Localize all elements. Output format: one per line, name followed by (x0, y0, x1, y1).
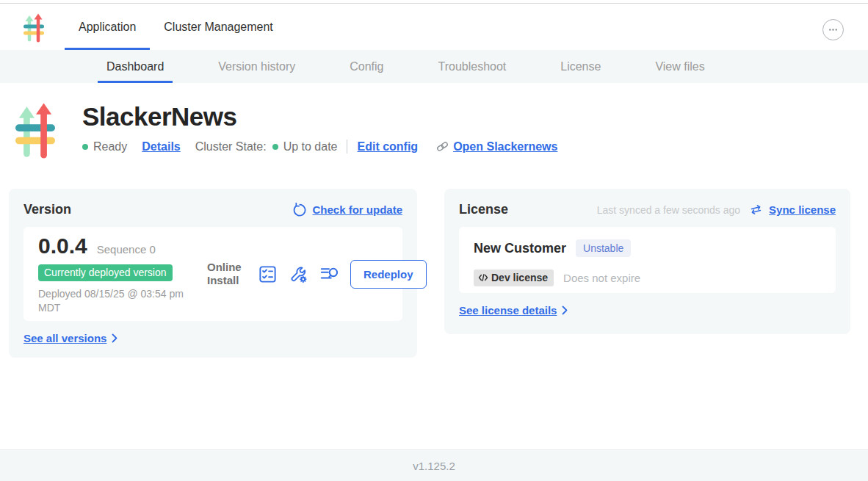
subnav-tab-config[interactable]: Config (341, 50, 392, 83)
wrench-gear-icon (289, 264, 308, 284)
version-card-title: Version (23, 202, 71, 217)
admin-console-page: Application Cluster Management Dashboard… (0, 0, 868, 481)
cluster-state-label: Cluster State: (195, 140, 267, 153)
refresh-icon (292, 203, 306, 217)
details-link[interactable]: Details (142, 140, 180, 153)
app-status-text: Ready (93, 140, 127, 153)
see-all-versions-link[interactable]: See all versions (23, 332, 117, 344)
primary-nav: Application Cluster Management (65, 4, 287, 50)
subnav-tab-dashboard[interactable]: Dashboard (98, 50, 173, 83)
ellipsis-icon (827, 23, 839, 36)
see-all-versions-label: See all versions (23, 332, 106, 344)
app-logo-icon (23, 13, 44, 43)
view-logs-button[interactable] (319, 264, 339, 284)
tab-application-label: Application (79, 21, 136, 34)
subnav-tab-version-history-label: Version history (218, 60, 295, 73)
license-card-header: License Last synced a few seconds ago Sy… (459, 202, 836, 217)
app-header-text: SlackerNews Ready Details Cluster State:… (82, 101, 557, 159)
open-slackernews-link[interactable]: Open Slackernews (453, 140, 557, 153)
divider (347, 140, 347, 153)
install-type-label: Online Install (207, 261, 247, 287)
tab-cluster-management[interactable]: Cluster Management (150, 4, 287, 50)
sync-arrows-icon (749, 203, 763, 217)
subnav-tab-license-label: License (560, 60, 601, 73)
console-footer: v1.125.2 (0, 449, 868, 481)
license-type-label: Dev license (491, 272, 548, 283)
app-subnav: Dashboard Version history Config Trouble… (0, 50, 868, 83)
customer-name: New Customer (474, 241, 566, 256)
app-status-row: Ready Details Cluster State: Up to date … (82, 140, 557, 153)
app-logo-large-icon (15, 102, 55, 159)
edit-config-link[interactable]: Edit config (357, 140, 418, 153)
more-options-button[interactable] (822, 19, 844, 40)
license-card: License Last synced a few seconds ago Sy… (444, 189, 850, 334)
cluster-state-value: Up to date (283, 140, 338, 153)
license-type-badge: Dev license (474, 270, 554, 286)
version-number: 0.0.4 (38, 234, 87, 258)
version-card: Version Check for update 0.0.4 Sequence … (9, 189, 417, 358)
subnav-tab-dashboard-label: Dashboard (106, 60, 164, 73)
redeploy-button[interactable]: Redeploy (350, 260, 427, 289)
version-info: 0.0.4 Sequence 0 Currently deployed vers… (38, 234, 206, 315)
app-header: SlackerNews Ready Details Cluster State:… (15, 101, 557, 159)
checklist-icon (258, 264, 278, 284)
view-config-button[interactable] (289, 264, 308, 284)
version-sequence: Sequence 0 (97, 243, 156, 256)
subnav-tab-troubleshoot-label: Troubleshoot (438, 60, 506, 73)
version-card-header: Version Check for update (23, 202, 402, 217)
chevron-right-icon (112, 333, 117, 343)
sync-license-link[interactable]: Sync license (769, 203, 836, 216)
tab-cluster-management-label: Cluster Management (164, 21, 273, 34)
app-status-dot-icon (82, 144, 88, 150)
code-brackets-icon (478, 272, 488, 283)
log-search-icon (319, 264, 339, 284)
console-version: v1.125.2 (413, 460, 455, 472)
page-title: SlackerNews (82, 102, 557, 131)
license-expiration: Does not expire (563, 272, 640, 284)
version-actions: Online Install (207, 260, 427, 289)
check-for-update-link[interactable]: Check for update (312, 203, 402, 216)
last-synced-text: Last synced a few seconds ago (597, 204, 740, 216)
subnav-tab-view-files[interactable]: View files (646, 50, 713, 83)
license-card-title: License (459, 202, 508, 217)
subnav-tab-version-history[interactable]: Version history (209, 50, 304, 83)
see-license-details-label: See license details (459, 304, 557, 317)
deployed-status-badge: Currently deployed version (38, 264, 173, 281)
current-version-panel: 0.0.4 Sequence 0 Currently deployed vers… (23, 227, 402, 321)
channel-badge: Unstable (576, 239, 631, 257)
license-details-panel: New Customer Unstable Dev license Does n… (459, 227, 836, 293)
chevron-right-icon (562, 305, 568, 315)
subnav-tab-view-files-label: View files (655, 60, 704, 73)
deployed-timestamp: Deployed 08/15/25 @ 03:54 pm MDT (38, 287, 198, 315)
cluster-state-dot-icon (272, 144, 278, 150)
chain-link-icon (435, 140, 449, 153)
see-license-details-link[interactable]: See license details (459, 304, 568, 317)
preflight-checks-button[interactable] (258, 264, 278, 284)
top-navbar: Application Cluster Management (0, 4, 868, 50)
subnav-tab-config-label: Config (350, 60, 383, 73)
subnav-tab-license[interactable]: License (551, 50, 610, 83)
tab-application[interactable]: Application (65, 4, 150, 50)
subnav-tab-troubleshoot[interactable]: Troubleshoot (429, 50, 515, 83)
